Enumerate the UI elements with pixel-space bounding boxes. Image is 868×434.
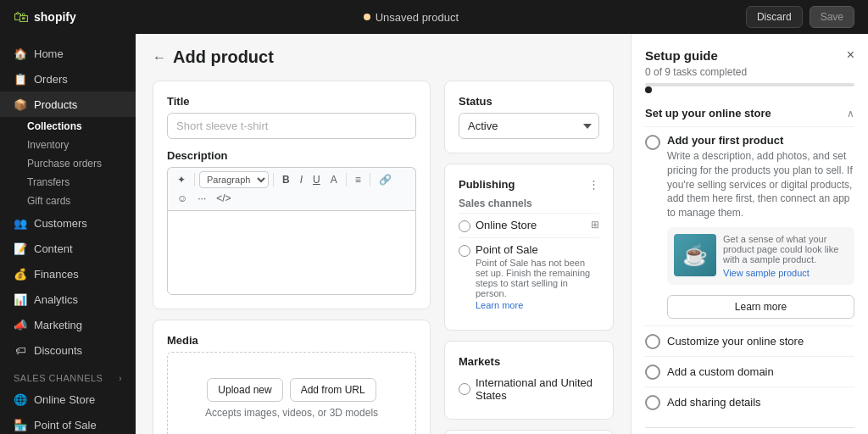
sidebar-sub-gift-cards[interactable]: Gift cards — [0, 192, 136, 210]
content-columns: Title Description ✦ Paragraph Heading 1 … — [153, 81, 614, 434]
align-btn[interactable]: ≡ — [351, 171, 365, 188]
paragraph-select[interactable]: Paragraph Heading 1 Heading 2 — [199, 171, 269, 188]
discounts-icon: 🏷 — [14, 343, 27, 357]
customize-title: Customize your online store — [667, 335, 804, 348]
media-upload-btns: Upload new Add from URL — [181, 378, 402, 402]
editor-toolbar: ✦ Paragraph Heading 1 Heading 2 B I U A — [167, 167, 416, 210]
sample-product-image: ☕ — [674, 234, 716, 276]
emoji-btn[interactable]: ☺ — [173, 190, 192, 207]
sidebar-sub-transfers[interactable]: Transfers — [0, 173, 136, 192]
shopify-icon: 🛍 — [14, 8, 29, 26]
topbar: 🛍 shopify Unsaved product Discard Save — [0, 0, 868, 34]
sidebar-item-marketing[interactable]: 📣 Marketing — [0, 312, 136, 337]
sidebar-item-online-store[interactable]: 🌐 Online Store — [0, 387, 136, 412]
market-radio[interactable] — [459, 383, 470, 395]
sidebar-item-content[interactable]: 📝 Content — [0, 236, 136, 261]
upload-new-btn[interactable]: Upload new — [207, 378, 282, 402]
shopify-logo: 🛍 shopify — [14, 8, 76, 26]
sharing-setup-item[interactable]: Add sharing details — [645, 387, 854, 417]
transfers-label: Transfers — [27, 176, 70, 188]
online-store-chevron-icon: ∧ — [847, 108, 854, 120]
link-btn[interactable]: 🔗 — [375, 171, 396, 188]
topbar-center: Unsaved product — [364, 11, 459, 24]
sidebar: 🏠 Home 📋 Orders 📦 Products Collections I… — [0, 34, 136, 434]
sidebar-item-discounts[interactable]: 🏷 Discounts — [0, 337, 136, 363]
progress-dot — [645, 86, 652, 93]
sales-channels-section-label: Sales channels — [459, 198, 599, 209]
publishing-more-icon[interactable]: ⋮ — [588, 178, 599, 191]
sidebar-item-products[interactable]: 📦 Products — [0, 92, 136, 117]
sidebar-item-home[interactable]: 🏠 Home — [0, 41, 136, 66]
left-column: Title Description ✦ Paragraph Heading 1 … — [153, 81, 431, 434]
underline-btn[interactable]: U — [309, 171, 325, 188]
markets-card: Markets International and United States — [444, 341, 614, 420]
sidebar-sub-collections[interactable]: Collections — [0, 117, 136, 136]
learn-more-link[interactable]: Learn more — [476, 300, 523, 310]
sales-channels-label: Sales channels — [14, 373, 103, 383]
back-arrow-icon[interactable]: ← — [153, 50, 166, 65]
sidebar-item-orders[interactable]: 📋 Orders — [0, 66, 136, 92]
more-btn[interactable]: ··· — [193, 190, 210, 207]
divider-4 — [370, 173, 370, 186]
sidebar-item-analytics[interactable]: 📊 Analytics — [0, 287, 136, 312]
add-from-url-btn[interactable]: Add from URL — [290, 378, 376, 402]
finances-icon: 💰 — [14, 267, 27, 281]
domain-title: Add a custom domain — [667, 365, 774, 378]
italic-btn[interactable]: I — [296, 171, 307, 188]
description-editor[interactable] — [167, 210, 416, 295]
pos-channel-name: Point of Sale — [476, 243, 599, 256]
brand-name: shopify — [34, 10, 76, 24]
code-btn[interactable]: </> — [212, 190, 235, 207]
save-button[interactable]: Save — [810, 6, 854, 28]
sidebar-item-finances[interactable]: 💰 Finances — [0, 261, 136, 287]
sample-product-text: Get a sense of what your product page co… — [723, 234, 848, 264]
view-sample-link[interactable]: View sample product — [723, 268, 848, 278]
sidebar-item-customers[interactable]: 👥 Customers — [0, 210, 136, 236]
title-label: Title — [167, 95, 416, 108]
unsaved-dot-icon — [364, 14, 370, 20]
discard-button[interactable]: Discard — [746, 6, 803, 28]
sidebar-item-pos[interactable]: 🏪 Point of Sale — [0, 412, 136, 434]
setup-panel-header: Setup guide × — [645, 47, 854, 63]
title-input[interactable] — [167, 113, 416, 139]
sharing-title: Add sharing details — [667, 396, 761, 409]
sample-cup-icon: ☕ — [682, 243, 708, 267]
sales-channels-chevron: › — [119, 374, 122, 383]
pos-channel-radio[interactable] — [459, 245, 470, 257]
domain-circle — [645, 364, 660, 380]
media-card: Media Upload new Add from URL Accepts im… — [153, 320, 431, 434]
title-description-card: Title Description ✦ Paragraph Heading 1 … — [153, 81, 431, 309]
sidebar-sub-inventory[interactable]: Inventory — [0, 136, 136, 154]
status-select[interactable]: Active Draft — [459, 113, 599, 139]
online-store-section-header[interactable]: Set up your online store ∧ — [645, 100, 854, 127]
ai-btn[interactable]: ✦ — [173, 171, 190, 188]
learn-more-btn[interactable]: Learn more — [667, 295, 854, 319]
sharing-circle — [645, 395, 660, 410]
domain-setup-item[interactable]: Add a custom domain — [645, 356, 854, 387]
customize-circle — [645, 334, 660, 349]
sample-product-info: Get a sense of what your product page co… — [723, 234, 848, 278]
marketing-icon: 📣 — [14, 318, 27, 331]
setup-progress-text: 0 of 9 tasks completed — [645, 66, 854, 78]
setup-close-btn[interactable]: × — [847, 47, 854, 63]
home-icon: 🏠 — [14, 47, 27, 60]
text-color-btn[interactable]: A — [326, 171, 342, 188]
online-store-channel-info: Online Store — [476, 219, 537, 231]
customize-setup-item[interactable]: Customize your online store — [645, 326, 854, 356]
store-settings-section[interactable]: Store settings ∨ — [645, 427, 854, 434]
online-store-radio[interactable] — [459, 220, 470, 232]
divider-3 — [346, 173, 347, 186]
market-name: International and United States — [476, 376, 599, 402]
customers-icon: 👥 — [14, 216, 27, 230]
bold-btn[interactable]: B — [278, 171, 294, 188]
first-product-setup-item: Add your first product Write a descripti… — [645, 127, 854, 326]
first-product-title: Add your first product — [667, 134, 854, 147]
description-label: Description — [167, 149, 416, 162]
sidebar-discounts-label: Discounts — [34, 344, 82, 357]
sidebar-sub-purchase-orders[interactable]: Purchase orders — [0, 154, 136, 173]
online-store-channel-name: Online Store — [476, 219, 537, 231]
page-header: ← Add product — [153, 47, 614, 67]
media-accepts-text: Accepts images, videos, or 3D models — [181, 407, 402, 419]
purchase-orders-label: Purchase orders — [27, 158, 102, 170]
first-product-desc: Write a description, add photos, and set… — [667, 149, 854, 220]
